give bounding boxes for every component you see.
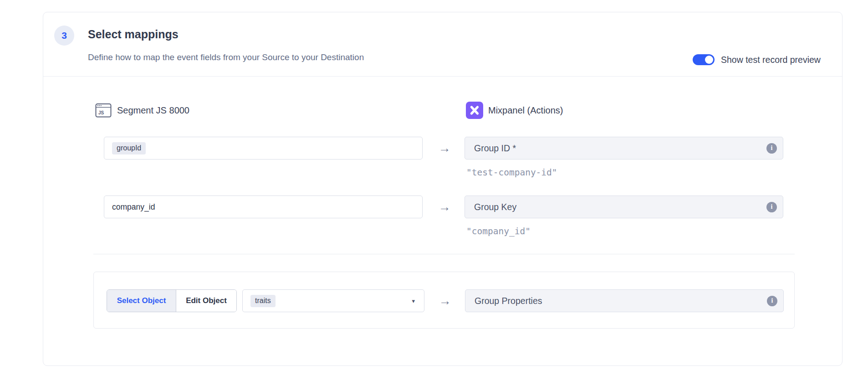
object-source-dropdown[interactable]: traits ▾ xyxy=(242,289,424,312)
header-divider xyxy=(43,76,842,77)
source-field-token[interactable]: groupId xyxy=(112,142,146,154)
source-name: Segment JS 8000 xyxy=(117,105,189,116)
destination-field-label: Group Key xyxy=(474,202,766,212)
page-subtitle: Define how to map the event fields from … xyxy=(88,52,364,62)
step-number-badge: 3 xyxy=(54,26,74,46)
page-title: Select mappings xyxy=(88,28,179,41)
test-record-preview-value: "test-company-id" xyxy=(466,167,557,178)
svg-text:JS: JS xyxy=(98,110,104,115)
object-source-token[interactable]: traits xyxy=(250,295,276,307)
info-icon[interactable]: i xyxy=(766,143,777,154)
edit-object-button[interactable]: Edit Object xyxy=(176,290,236,312)
js-browser-window-icon: JS xyxy=(95,102,112,119)
mixpanel-icon xyxy=(466,102,483,119)
source-field-text: company_id xyxy=(112,202,155,212)
source-field-input[interactable]: groupId xyxy=(104,137,423,160)
destination-field: Group ID * i xyxy=(465,137,783,160)
object-mapping-section: Select Object Edit Object traits ▾ → Gro… xyxy=(93,272,795,329)
destination-field: Group Key i xyxy=(465,196,783,218)
test-record-preview-value: "company_id" xyxy=(466,226,531,237)
info-icon[interactable]: i xyxy=(767,296,777,306)
source-column-header: JS Segment JS 8000 xyxy=(95,102,189,119)
mapping-arrow-icon: → xyxy=(436,289,454,312)
destination-field: Group Properties i xyxy=(465,289,784,312)
toggle-knob xyxy=(705,56,713,64)
destination-field-label: Group Properties xyxy=(475,296,767,306)
select-mappings-card: 3 Select mappings Define how to map the … xyxy=(43,12,842,366)
mapping-arrow-icon: → xyxy=(435,137,454,160)
section-divider xyxy=(93,254,795,254)
mapping-arrow-icon: → xyxy=(435,196,454,218)
select-object-button[interactable]: Select Object xyxy=(107,290,176,312)
toggle-label: Show test record preview xyxy=(721,55,821,65)
destination-field-label: Group ID * xyxy=(474,143,766,154)
object-mode-button-group: Select Object Edit Object xyxy=(107,289,237,312)
destination-column-header: Mixpanel (Actions) xyxy=(466,102,563,119)
chevron-down-icon: ▾ xyxy=(412,298,415,304)
source-field-input[interactable]: company_id xyxy=(104,196,423,218)
show-test-record-toggle[interactable] xyxy=(693,54,715,65)
destination-name: Mixpanel (Actions) xyxy=(488,105,563,116)
info-icon[interactable]: i xyxy=(766,202,777,212)
